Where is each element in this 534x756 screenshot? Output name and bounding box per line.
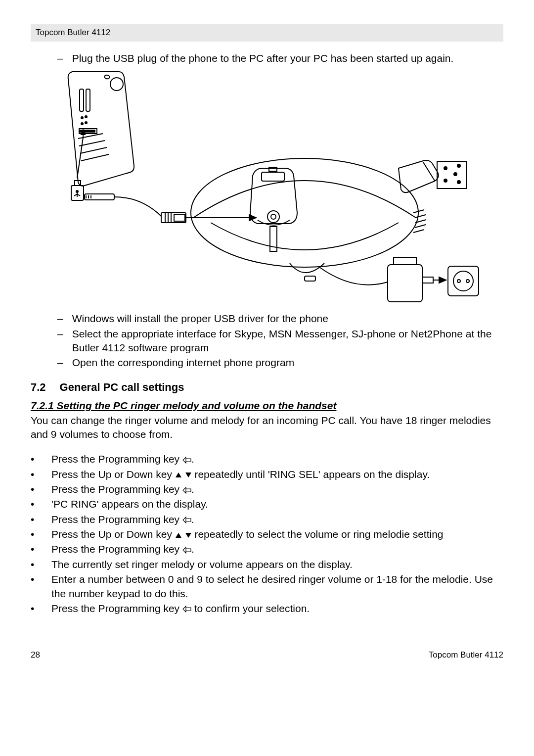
after-item-3-text: Open the corresponding internet phone pr… xyxy=(72,356,294,370)
page-header: Topcom Butler 4112 xyxy=(31,24,503,42)
program-key-icon xyxy=(182,547,191,554)
svg-marker-62 xyxy=(183,487,191,493)
svg-line-44 xyxy=(415,215,426,218)
svg-line-46 xyxy=(415,225,426,228)
dash-glyph: – xyxy=(57,356,63,370)
svg-marker-70 xyxy=(183,606,191,612)
step-6: •Press the Up or Down key repeatedly to … xyxy=(31,527,503,541)
step-9: •Enter a number between 0 and 9 to selec… xyxy=(31,572,503,601)
svg-line-11 xyxy=(80,147,107,153)
svg-point-57 xyxy=(466,280,469,283)
svg-marker-68 xyxy=(183,547,191,553)
section-heading: 7.2 General PC call settings xyxy=(31,381,503,394)
diagram-svg xyxy=(57,69,488,307)
svg-point-3 xyxy=(81,117,83,119)
svg-point-4 xyxy=(85,116,87,118)
svg-point-31 xyxy=(191,158,418,267)
after-diagram-list: – Windows will install the proper USB dr… xyxy=(57,312,503,370)
after-item-1: – Windows will install the proper USB dr… xyxy=(57,312,503,326)
steps-list: •Press the Programming key . •Press the … xyxy=(31,452,503,615)
dash-glyph: – xyxy=(57,51,63,65)
footer-product: Topcom Butler 4112 xyxy=(429,650,503,660)
svg-marker-64 xyxy=(183,517,191,523)
svg-point-40 xyxy=(454,173,457,176)
svg-rect-32 xyxy=(262,172,284,181)
svg-point-42 xyxy=(457,181,460,184)
svg-rect-2 xyxy=(86,89,90,111)
step-2: •Press the Up or Down key repeatedly unt… xyxy=(31,468,503,481)
after-item-1-text: Windows will install the proper USB driv… xyxy=(72,312,328,326)
svg-line-15 xyxy=(77,138,83,178)
intro-item-plug-text: Plug the USB plug of the phone to the PC… xyxy=(72,51,454,65)
page-footer: 28 Topcom Butler 4112 xyxy=(31,650,503,660)
svg-marker-60 xyxy=(176,472,181,477)
program-key-icon xyxy=(182,517,191,523)
connection-diagram xyxy=(57,69,503,307)
svg-point-0 xyxy=(110,78,123,91)
svg-line-43 xyxy=(413,210,424,213)
down-arrow-icon xyxy=(185,472,192,478)
svg-rect-1 xyxy=(80,89,84,111)
dash-glyph: – xyxy=(57,327,63,355)
svg-marker-67 xyxy=(185,533,191,538)
step-10: •Press the Programming key to confirm yo… xyxy=(31,602,503,615)
svg-rect-37 xyxy=(437,161,467,189)
step-3: •Press the Programming key . xyxy=(31,482,503,496)
svg-rect-48 xyxy=(305,276,315,281)
up-arrow-icon xyxy=(175,472,182,478)
intro-item-plug: – Plug the USB plug of the phone to the … xyxy=(57,51,503,65)
svg-marker-58 xyxy=(183,457,191,463)
after-item-2-text: Select the appropriate interface for Sky… xyxy=(72,327,503,355)
step-1: •Press the Programming key . xyxy=(31,452,503,466)
program-key-icon xyxy=(182,606,191,613)
after-item-3: – Open the corresponding internet phone … xyxy=(57,356,503,370)
section-number: 7.2 xyxy=(31,381,46,394)
section-title: General PC call settings xyxy=(60,381,184,394)
svg-line-12 xyxy=(81,154,109,161)
step-5: •Press the Programming key . xyxy=(31,513,503,526)
svg-rect-49 xyxy=(388,265,422,302)
svg-point-5 xyxy=(81,123,83,125)
svg-point-41 xyxy=(444,179,447,182)
up-arrow-icon xyxy=(175,532,182,538)
down-arrow-icon xyxy=(185,532,192,538)
program-key-icon xyxy=(182,487,191,494)
subsection-para: You can change the ringer volume and mel… xyxy=(31,414,503,442)
svg-point-34 xyxy=(267,211,279,223)
header-product: Topcom Butler 4112 xyxy=(36,28,110,37)
svg-rect-51 xyxy=(422,277,433,283)
subsection-title: 7.2.1 Setting the PC ringer melody and v… xyxy=(31,400,336,411)
svg-point-38 xyxy=(444,167,447,170)
svg-point-6 xyxy=(85,122,87,124)
footer-page-number: 28 xyxy=(31,650,40,660)
svg-point-35 xyxy=(271,214,276,219)
step-4: •'PC RING' appears on the display. xyxy=(31,497,503,511)
svg-point-39 xyxy=(457,164,460,167)
svg-rect-50 xyxy=(394,257,416,265)
program-key-icon xyxy=(182,457,191,464)
intro-dash-list: – Plug the USB plug of the phone to the … xyxy=(57,51,503,65)
svg-point-55 xyxy=(453,271,473,291)
step-8: •The currently set ringer melody or volu… xyxy=(31,558,503,571)
svg-point-56 xyxy=(457,280,460,283)
svg-line-47 xyxy=(413,230,424,233)
svg-marker-61 xyxy=(185,472,191,477)
dash-glyph: – xyxy=(57,312,63,326)
after-item-2: – Select the appropriate interface for S… xyxy=(57,327,503,355)
subsection-heading: 7.2.1 Setting the PC ringer melody and v… xyxy=(31,400,503,412)
svg-rect-29 xyxy=(174,214,185,221)
svg-marker-53 xyxy=(439,277,446,283)
svg-marker-66 xyxy=(176,533,181,538)
step-7: •Press the Programming key . xyxy=(31,542,503,556)
